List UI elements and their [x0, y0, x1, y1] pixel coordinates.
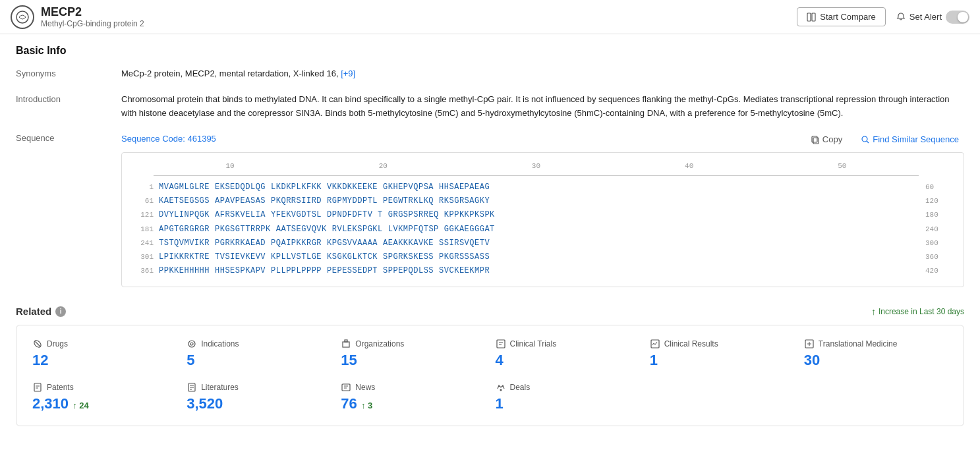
seq-row: 121DVYLINPQGKAFRSKVELIAYFEKVGDTSLDPNDFDF…	[127, 209, 958, 221]
increase-label: Increase in Last 30 days	[879, 307, 964, 316]
copy-icon	[811, 135, 820, 144]
patent-icon	[32, 382, 43, 393]
card-icon-label-indication: Indications	[187, 339, 330, 349]
card-label-trial: Clinical Trials	[510, 339, 557, 348]
org-icon	[341, 339, 351, 349]
card-count-deal[interactable]: 1	[496, 395, 639, 412]
seq-end-num: 360	[925, 252, 958, 264]
related-card-indication: Indications5	[187, 339, 330, 369]
card-label-indication: Indications	[201, 339, 239, 348]
set-alert-control: Set Alert	[896, 11, 969, 24]
card-icon-label-result: Clinical Results	[650, 339, 793, 349]
svg-rect-27	[342, 384, 350, 391]
header-right: Start Compare Set Alert	[797, 7, 969, 26]
seq-row: 361PPKKEHHHHHHHSESPKAPVPLLPPLPPPPPEPESSE…	[127, 265, 958, 277]
seq-start-num: 121	[127, 209, 154, 221]
card-up-news: ↑ 3	[361, 401, 372, 410]
card-count-trial[interactable]: 4	[496, 352, 639, 369]
seq-start-num: 181	[127, 224, 154, 236]
card-icon-label-org: Organizations	[341, 339, 484, 349]
seq-start-num: 361	[127, 265, 154, 277]
header-title-block: MECP2 Methyl-CpG-binding protein 2	[41, 5, 144, 28]
seq-end-num: 120	[925, 196, 958, 208]
literature-icon	[187, 382, 197, 393]
introduction-row: Introduction Chromosomal protein that bi…	[16, 93, 964, 121]
svg-rect-20	[34, 383, 41, 391]
sequence-code-link[interactable]: Sequence Code: 461395	[121, 132, 216, 146]
news-icon	[341, 382, 351, 393]
svg-rect-2	[812, 13, 815, 21]
copy-button[interactable]: Copy	[805, 132, 848, 147]
seq-row: 61KAETSEGSGSAPAVPEASASPKQRRSIIRDRGPMYDDP…	[127, 195, 958, 208]
related-card-patent: Patents2,310 ↑ 24	[32, 382, 176, 412]
card-label-patent: Patents	[47, 383, 74, 392]
card-count-patent[interactable]: 2,310 ↑ 24	[32, 395, 176, 412]
find-similar-label: Find Similar Sequence	[873, 134, 959, 144]
synonyms-label: Synonyms	[16, 67, 121, 81]
related-card-result: Clinical Results1	[650, 339, 793, 369]
card-count-drug[interactable]: 12	[32, 352, 176, 369]
compare-label: Start Compare	[820, 12, 876, 22]
result-icon	[650, 339, 660, 349]
seq-ruler: 1020304050	[127, 161, 958, 173]
card-count-news[interactable]: 76 ↑ 3	[341, 395, 484, 412]
indication-icon	[187, 339, 197, 349]
card-icon-label-news: News	[341, 382, 484, 393]
card-label-drug: Drugs	[47, 339, 68, 348]
copy-label: Copy	[822, 134, 842, 144]
card-count-indication[interactable]: 5	[187, 352, 330, 369]
card-count-org[interactable]: 15	[341, 352, 484, 369]
main-content: Basic Info Synonyms MeCp-2 protein, MECP…	[0, 34, 980, 437]
seq-ruler-line	[154, 175, 919, 176]
svg-rect-16	[651, 340, 659, 348]
sequence-box[interactable]: 1020304050 1MVAGMLGLREEKSEDQDLQGLKDKPLKF…	[121, 152, 964, 287]
svg-rect-1	[807, 13, 811, 21]
card-count-result[interactable]: 1	[650, 352, 793, 369]
seq-amino-acids: MVAGMLGLREEKSEDQDLQGLKDKPLKFKKVKKDKKEEKE…	[159, 181, 923, 194]
header-left: MECP2 Methyl-CpG-binding protein 2	[11, 5, 144, 29]
seq-amino-acids: KAETSEGSGSAPAVPEASASPKQRRSIIRDRGPMYDDPTL…	[159, 195, 923, 208]
seq-amino-acids: DVYLINPQGKAFRSKVELIAYFEKVGDTSLDPNDFDFTV …	[159, 209, 923, 221]
related-info-icon[interactable]: i	[55, 306, 66, 317]
card-count-literature[interactable]: 3,520	[187, 395, 330, 412]
seq-start-num: 241	[127, 238, 154, 250]
related-card-trial: Clinical Trials4	[496, 339, 639, 369]
seq-amino-acids: LPIKKRKTRETVSIEVKEVVKPLLVSTLGEKSGKGLKTCK…	[159, 251, 923, 264]
seq-end-num: 420	[925, 265, 958, 277]
alert-toggle[interactable]	[946, 11, 969, 24]
sequence-value: Sequence Code: 461395 Copy	[121, 132, 964, 287]
synonyms-text: MeCp-2 protein, MECP2, mental retardatio…	[121, 69, 339, 78]
synonyms-value: MeCp-2 protein, MECP2, mental retardatio…	[121, 67, 964, 81]
card-label-news: News	[355, 383, 375, 392]
cards-row1: Drugs12Indications5Organizations15Clinic…	[32, 339, 948, 369]
svg-rect-11	[343, 342, 349, 347]
protein-icon	[11, 5, 34, 29]
seq-row: 181APGTGRGRGRPKGSGTTRRPKAATSEGVQVKRVLEKS…	[127, 223, 958, 236]
card-icon-label-literature: Literatures	[187, 382, 330, 393]
related-card-deal: Deals1	[496, 382, 639, 412]
card-count-translational[interactable]: 30	[804, 352, 948, 369]
find-similar-icon	[861, 135, 870, 144]
card-icon-label-drug: Drugs	[32, 339, 176, 349]
protein-name: MECP2	[41, 5, 144, 19]
svg-point-10	[190, 343, 193, 345]
drug-icon	[32, 339, 43, 349]
svg-rect-13	[497, 340, 505, 348]
seq-start-num: 1	[127, 182, 154, 194]
svg-point-5	[862, 136, 867, 142]
seq-end-num: 240	[925, 224, 958, 236]
increase-text: ↑ Increase in Last 30 days	[871, 306, 964, 317]
cards-row2: Patents2,310 ↑ 24Literatures3,520News76 …	[32, 382, 948, 412]
synonyms-more-link[interactable]: [+9]	[341, 69, 355, 78]
related-card-news: News76 ↑ 3	[341, 382, 484, 412]
seq-row: 241TSTQVMVIKRPGRKRKAEADPQAIPKKRGRKPGSVVA…	[127, 237, 958, 250]
set-alert-label: Set Alert	[909, 12, 942, 22]
start-compare-button[interactable]: Start Compare	[797, 7, 886, 26]
compare-icon	[807, 13, 816, 22]
related-card-drug: Drugs12	[32, 339, 176, 369]
related-title-text: Related	[16, 306, 51, 317]
seq-end-num: 300	[925, 238, 958, 250]
card-label-result: Clinical Results	[664, 339, 718, 348]
find-similar-button[interactable]: Find Similar Sequence	[855, 132, 964, 147]
related-card-org: Organizations15	[341, 339, 484, 369]
